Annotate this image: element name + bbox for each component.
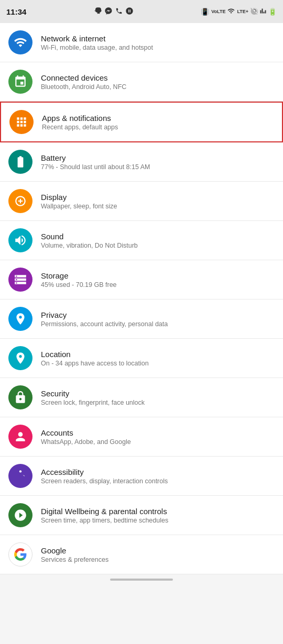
sound-subtitle: Volume, vibration, Do Not Disturb bbox=[41, 242, 138, 249]
settings-item-accessibility[interactable]: Accessibility Screen readers, display, i… bbox=[0, 457, 283, 496]
battery-title: Battery bbox=[41, 153, 150, 162]
apps-icon-circle bbox=[9, 110, 34, 134]
storage-subtitle: 45% used - 70.19 GB free bbox=[41, 281, 117, 288]
security-text: Security Screen lock, fingerprint, face … bbox=[41, 389, 145, 406]
wellbeing-text: Digital Wellbeing & parental controls Sc… bbox=[41, 507, 168, 524]
settings-item-wellbeing[interactable]: Digital Wellbeing & parental controls Sc… bbox=[0, 496, 283, 535]
settings-item-network[interactable]: Network & internet Wi-Fi, mobile, data u… bbox=[0, 23, 283, 62]
vibrate-icon: 📳 bbox=[201, 8, 209, 16]
apps-text: Apps & notifications Recent apps, defaul… bbox=[42, 114, 118, 131]
connected-subtitle: Bluetooth, Android Auto, NFC bbox=[41, 83, 126, 91]
svg-point-0 bbox=[19, 470, 21, 472]
security-title: Security bbox=[41, 389, 145, 398]
display-icon-circle bbox=[8, 189, 32, 213]
scroll-bar bbox=[110, 579, 173, 581]
accounts-icon-circle bbox=[8, 425, 32, 449]
settings-item-sound[interactable]: Sound Volume, vibration, Do Not Disturb bbox=[0, 221, 283, 260]
settings-item-battery[interactable]: Battery 77% - Should last until about 8:… bbox=[0, 142, 283, 182]
security-subtitle: Screen lock, fingerprint, face unlock bbox=[41, 399, 145, 406]
settings-item-location[interactable]: Location On - 34 apps have access to loc… bbox=[0, 339, 283, 378]
settings-item-connected[interactable]: Connected devices Bluetooth, Android Aut… bbox=[0, 62, 283, 102]
storage-icon-circle bbox=[8, 268, 32, 292]
wellbeing-icon-circle bbox=[8, 503, 32, 527]
accounts-text: Accounts WhatsApp, Adobe, and Google bbox=[41, 428, 131, 446]
scroll-indicator bbox=[0, 574, 283, 585]
settings-item-accounts[interactable]: Accounts WhatsApp, Adobe, and Google bbox=[0, 417, 283, 457]
google-text: Google Services & preferences bbox=[41, 546, 108, 563]
google-icon-circle bbox=[8, 542, 32, 567]
connected-icon-circle bbox=[8, 70, 32, 94]
settings-item-apps[interactable]: Apps & notifications Recent apps, defaul… bbox=[0, 102, 283, 142]
wifi-calling-icon bbox=[227, 7, 235, 16]
storage-title: Storage bbox=[41, 271, 117, 280]
google-title: Google bbox=[41, 546, 108, 555]
settings-item-display[interactable]: Display Wallpaper, sleep, font size bbox=[0, 182, 283, 221]
storage-text: Storage 45% used - 70.19 GB free bbox=[41, 271, 117, 288]
connected-title: Connected devices bbox=[41, 73, 126, 82]
settings-item-privacy[interactable]: Privacy Permissions, account activity, p… bbox=[0, 299, 283, 339]
signal-icon bbox=[260, 7, 266, 16]
privacy-text: Privacy Permissions, account activity, p… bbox=[41, 310, 168, 328]
settings-item-storage[interactable]: Storage 45% used - 70.19 GB free bbox=[0, 260, 283, 299]
location-icon-circle bbox=[8, 346, 32, 370]
signal-x-icon bbox=[251, 7, 258, 16]
battery-icon-circle bbox=[8, 150, 32, 174]
accessibility-text: Accessibility Screen readers, display, i… bbox=[41, 468, 168, 485]
status-bar: 11:34 📳 VoLTE LTE+ bbox=[0, 0, 283, 23]
google-subtitle: Services & preferences bbox=[41, 556, 108, 563]
display-title: Display bbox=[41, 193, 117, 202]
status-time: 11:34 bbox=[6, 7, 26, 16]
volte-icon: VoLTE bbox=[211, 9, 225, 14]
settings-list: Network & internet Wi-Fi, mobile, data u… bbox=[0, 23, 283, 574]
accessibility-icon-circle bbox=[8, 464, 32, 488]
location-text: Location On - 34 apps have access to loc… bbox=[41, 350, 149, 367]
accessibility-subtitle: Screen readers, display, interaction con… bbox=[41, 478, 168, 485]
shazam-icon bbox=[125, 7, 134, 17]
apps-subtitle: Recent apps, default apps bbox=[42, 124, 118, 131]
battery-subtitle: 77% - Should last until about 8:15 AM bbox=[41, 163, 150, 171]
sound-icon-circle bbox=[8, 228, 32, 252]
wellbeing-subtitle: Screen time, app timers, bedtime schedul… bbox=[41, 517, 168, 524]
display-subtitle: Wallpaper, sleep, font size bbox=[41, 203, 117, 210]
network-text: Network & internet Wi-Fi, mobile, data u… bbox=[41, 34, 153, 51]
settings-item-security[interactable]: Security Screen lock, fingerprint, face … bbox=[0, 378, 283, 417]
wellbeing-title: Digital Wellbeing & parental controls bbox=[41, 507, 168, 516]
connected-text: Connected devices Bluetooth, Android Aut… bbox=[41, 73, 126, 91]
display-text: Display Wallpaper, sleep, font size bbox=[41, 193, 117, 210]
notification-icons bbox=[93, 7, 134, 17]
accessibility-title: Accessibility bbox=[41, 468, 168, 476]
privacy-title: Privacy bbox=[41, 310, 168, 319]
network-subtitle: Wi-Fi, mobile, data usage, and hotspot bbox=[41, 44, 153, 51]
accounts-title: Accounts bbox=[41, 428, 131, 437]
messenger-icon bbox=[104, 7, 113, 17]
apps-title: Apps & notifications bbox=[42, 114, 118, 123]
sound-title: Sound bbox=[41, 232, 138, 241]
location-title: Location bbox=[41, 350, 149, 359]
lte-plus-icon: LTE+ bbox=[237, 9, 248, 14]
privacy-subtitle: Permissions, account activity, personal … bbox=[41, 320, 168, 328]
battery-text: Battery 77% - Should last until about 8:… bbox=[41, 153, 150, 171]
network-title: Network & internet bbox=[41, 34, 153, 43]
accounts-subtitle: WhatsApp, Adobe, and Google bbox=[41, 438, 131, 446]
network-icon-circle bbox=[8, 30, 32, 54]
security-icon-circle bbox=[8, 385, 32, 409]
phone-icon bbox=[115, 7, 123, 16]
system-icons: 📳 VoLTE LTE+ 🔋 bbox=[201, 7, 277, 16]
settings-item-google[interactable]: Google Services & preferences bbox=[0, 535, 283, 574]
battery-icon: 🔋 bbox=[268, 8, 277, 16]
snapchat-icon bbox=[93, 7, 102, 17]
privacy-icon-circle bbox=[8, 307, 32, 331]
location-subtitle: On - 34 apps have access to location bbox=[41, 360, 149, 367]
sound-text: Sound Volume, vibration, Do Not Disturb bbox=[41, 232, 138, 249]
